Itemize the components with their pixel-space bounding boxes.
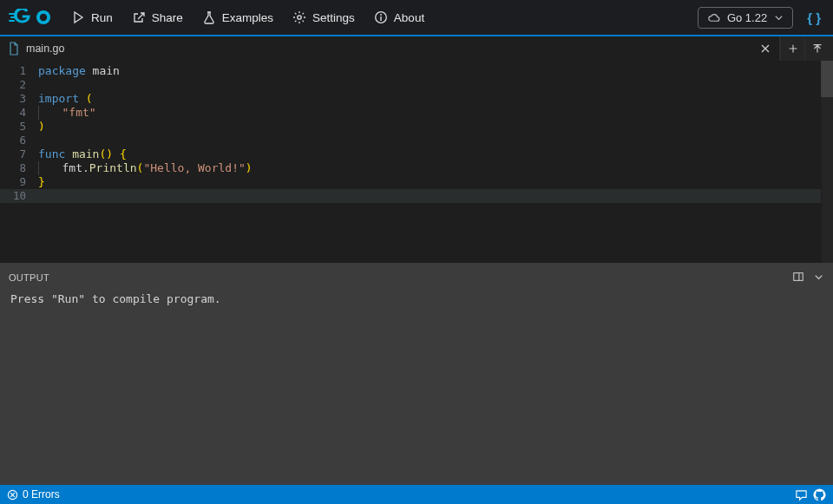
code-line[interactable]: 2	[0, 78, 833, 92]
cloud-icon	[707, 11, 720, 24]
code-content: }	[38, 175, 45, 189]
feedback-icon	[795, 488, 808, 501]
info-icon	[374, 10, 388, 24]
code-content: func main() {	[38, 147, 127, 161]
line-number: 1	[0, 64, 38, 78]
svg-point-5	[298, 16, 301, 19]
github-icon	[813, 488, 826, 501]
settings-button[interactable]: Settings	[284, 5, 364, 29]
code-line[interactable]: 3import (	[0, 92, 833, 106]
chevron-down-icon	[774, 13, 784, 23]
line-number: 2	[0, 78, 38, 92]
line-number: 7	[0, 147, 38, 161]
svg-rect-0	[9, 13, 15, 15]
code-line[interactable]: 1package main	[0, 64, 833, 78]
settings-label: Settings	[312, 11, 355, 24]
code-line[interactable]: 10	[0, 189, 833, 203]
chevron-down-icon	[813, 272, 824, 283]
tab-label: main.go	[26, 43, 64, 55]
file-icon	[7, 42, 21, 56]
toolbar: Run Share Examples Settings About Go 1.2…	[0, 0, 833, 36]
code-content: "fmt"	[38, 106, 96, 120]
layout-icon	[792, 271, 804, 283]
svg-point-4	[40, 14, 47, 21]
code-line[interactable]: 5)	[0, 120, 833, 134]
code-line[interactable]: 4 "fmt"	[0, 106, 833, 120]
tabs-row: main.go	[0, 36, 833, 61]
plus-icon	[787, 43, 799, 55]
format-button[interactable]: { }	[802, 7, 826, 29]
code-content: fmt.Println("Hello, World!")	[38, 161, 253, 175]
scrollbar-thumb[interactable]	[821, 61, 833, 97]
svg-rect-9	[794, 273, 803, 281]
share-button[interactable]: Share	[123, 5, 192, 29]
about-button[interactable]: About	[365, 5, 433, 29]
line-number: 6	[0, 134, 38, 147]
output-header: OUTPUT	[0, 266, 833, 289]
code-content: )	[38, 120, 45, 134]
svg-rect-8	[380, 16, 381, 21]
code-content: import (	[38, 92, 93, 106]
errors-status[interactable]: 0 Errors	[7, 488, 60, 501]
go-version-select[interactable]: Go 1.22	[698, 7, 793, 29]
code-line[interactable]: 8 fmt.Println("Hello, World!")	[0, 161, 833, 175]
error-icon	[7, 489, 18, 501]
output-text: Press "Run" to compile program.	[10, 292, 221, 305]
collapse-panel-button[interactable]	[813, 272, 824, 285]
gear-icon	[292, 10, 306, 24]
go-version-label: Go 1.22	[727, 11, 767, 24]
output-panel: Press "Run" to compile program.	[0, 289, 833, 485]
examples-label: Examples	[222, 11, 273, 24]
line-number: 8	[0, 161, 38, 175]
svg-point-7	[380, 14, 382, 16]
flask-icon	[202, 10, 216, 24]
share-label: Share	[152, 11, 183, 24]
code-editor[interactable]: 1package main23import (4 "fmt"5)67func m…	[0, 61, 833, 263]
tab-main-go[interactable]: main.go	[0, 36, 780, 61]
upload-button[interactable]	[804, 36, 829, 61]
line-number: 9	[0, 175, 38, 189]
errors-label: 0 Errors	[23, 488, 60, 501]
code-line[interactable]: 9}	[0, 175, 833, 189]
run-button[interactable]: Run	[62, 5, 121, 29]
line-number: 4	[0, 106, 38, 120]
svg-rect-2	[9, 20, 15, 22]
code-line[interactable]: 7func main() {	[0, 147, 833, 161]
go-logo	[9, 9, 52, 26]
play-icon	[71, 10, 85, 24]
split-panel-button[interactable]	[792, 271, 804, 285]
line-number: 5	[0, 120, 38, 134]
close-icon[interactable]	[758, 42, 772, 56]
feedback-button[interactable]	[795, 488, 808, 501]
output-title: OUTPUT	[9, 272, 49, 283]
line-number: 10	[0, 189, 38, 203]
code-content: package main	[38, 64, 120, 78]
run-label: Run	[91, 11, 113, 24]
examples-button[interactable]: Examples	[193, 5, 282, 29]
status-bar: 0 Errors	[0, 485, 833, 504]
about-label: About	[394, 11, 424, 24]
share-icon	[132, 10, 146, 24]
line-number: 3	[0, 92, 38, 106]
arrow-up-icon	[811, 43, 823, 55]
github-link[interactable]	[813, 488, 826, 501]
code-line[interactable]: 6	[0, 134, 833, 147]
new-tab-button[interactable]	[780, 36, 804, 61]
